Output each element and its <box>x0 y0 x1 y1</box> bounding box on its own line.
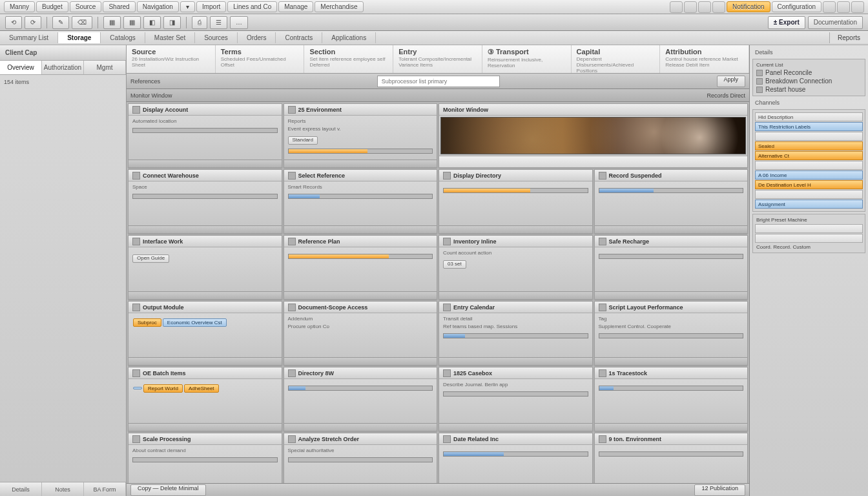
right-item[interactable]: Panel Reconcile <box>755 68 863 77</box>
right-row[interactable]: A 06 Income <box>755 170 863 180</box>
menu-item-8[interactable]: Manage <box>278 1 313 12</box>
right-row[interactable]: Assignment <box>755 200 863 209</box>
edit-button[interactable]: ✎ <box>52 16 69 29</box>
redo-button[interactable]: ⟳ <box>25 16 41 29</box>
card-badge[interactable]: Report World <box>143 384 183 393</box>
menu-item-4[interactable]: Navigation <box>137 1 179 12</box>
list-button[interactable]: ☰ <box>210 16 227 29</box>
card-badge[interactable] <box>133 387 142 389</box>
card[interactable]: Display Directory <box>439 169 593 234</box>
context-tab[interactable]: Sources <box>195 32 238 43</box>
column-header[interactable]: AttributionControl house reference Marke… <box>660 45 749 73</box>
right-row[interactable]: Sealed <box>755 141 863 150</box>
toolbar-icon[interactable] <box>684 1 697 13</box>
menu-dropdown-icon[interactable]: ▾ <box>180 1 195 12</box>
right-row[interactable]: Alternative Ct <box>755 151 863 160</box>
toolbar-icon[interactable] <box>670 1 683 13</box>
right-row[interactable] <box>755 190 863 199</box>
card[interactable]: Interface WorkOpen Guide <box>128 235 282 300</box>
card[interactable]: Script Layout PerformanceTagSupplement C… <box>594 301 749 366</box>
card-button[interactable]: Open Guide <box>132 254 169 263</box>
menu-item-3[interactable]: Shared <box>103 1 135 12</box>
panel-left-button[interactable]: ◧ <box>143 16 161 29</box>
menu-item-6[interactable]: Import <box>196 1 226 12</box>
publication-button[interactable]: 12 Publication <box>694 484 745 496</box>
left-footer-tab[interactable]: Notes <box>42 482 84 496</box>
toolbar-icon[interactable] <box>712 1 725 13</box>
card[interactable]: Inventory InlineCount account action03 s… <box>439 235 593 300</box>
notifications-button[interactable]: Notification <box>727 1 770 12</box>
filter-apply-button[interactable]: Apply <box>717 76 746 87</box>
preview-card[interactable]: Monitor Window <box>439 103 748 168</box>
reports-tab[interactable]: Reports <box>829 32 868 43</box>
print-button[interactable]: ⎙ <box>192 16 207 29</box>
card[interactable]: Scale ProcessingAbout contract demand <box>128 433 282 483</box>
grid2-button[interactable]: ▦ <box>123 16 141 29</box>
card[interactable]: 1s Tracestock <box>594 367 749 431</box>
context-tab[interactable]: Orders <box>238 32 276 43</box>
right-row[interactable] <box>755 132 863 141</box>
column-header[interactable]: ③ TransportReinsurement Inclusive, Reser… <box>482 45 572 73</box>
card[interactable]: Select ReferenceSmart Records <box>284 169 438 234</box>
filter-input[interactable] <box>377 76 500 87</box>
left-tab-auth[interactable]: Authorization <box>42 61 84 74</box>
left-footer-tab[interactable]: Details <box>0 482 42 496</box>
right-row[interactable] <box>755 234 863 243</box>
context-tab[interactable]: Applications <box>322 32 376 43</box>
card[interactable]: Connect WarehouseSpace <box>128 169 282 234</box>
card[interactable]: Entry CalendarTransit detailRef teams ba… <box>439 301 593 366</box>
card-badge[interactable]: Economic Overview Cst <box>163 318 227 327</box>
window-control-icon[interactable] <box>837 1 850 13</box>
right-row[interactable]: De Destination Level H <box>755 180 863 189</box>
card[interactable]: 25 EnvironmentReportsEvent express layou… <box>284 103 438 168</box>
card[interactable]: OE Batch ItemsReport WorldAdheSheet <box>128 367 282 431</box>
export-button[interactable]: ± Export <box>768 16 805 29</box>
card[interactable]: Reference Plan <box>284 235 438 300</box>
menu-item-9[interactable]: Merchandise <box>315 1 363 12</box>
documentation-button[interactable]: Documentation <box>808 16 863 29</box>
copy-button[interactable]: Copy — Delete Minimal <box>130 484 206 496</box>
menu-item-0[interactable]: Manny <box>4 1 35 12</box>
card[interactable]: Document-Scope AccessAddendumProcure opt… <box>284 301 438 366</box>
right-row[interactable]: This Restriction Labels <box>755 122 863 131</box>
toolbar-icon[interactable] <box>698 1 711 13</box>
left-footer-tab[interactable]: BA Form <box>84 482 126 496</box>
right-row[interactable] <box>755 224 863 233</box>
delete-button[interactable]: ⌫ <box>72 16 92 29</box>
context-tab[interactable]: Storage <box>58 32 101 43</box>
more-button[interactable]: … <box>230 16 248 29</box>
right-row[interactable] <box>755 161 863 170</box>
left-tab-mgmt[interactable]: Mgmt <box>84 61 126 74</box>
right-row[interactable]: Hld Description <box>755 112 863 121</box>
context-tab[interactable]: Summary List <box>0 32 58 43</box>
card-badge[interactable]: Subproc <box>133 318 161 327</box>
card-button[interactable]: 03 set <box>443 260 466 269</box>
menu-item-1[interactable]: Budget <box>36 1 68 12</box>
context-tab[interactable]: Contracts <box>276 32 322 43</box>
menu-item-2[interactable]: Source <box>70 1 102 12</box>
column-header[interactable]: SectionSet item reference employee self … <box>304 45 393 73</box>
undo-button[interactable]: ⟲ <box>5 16 22 29</box>
card[interactable]: 9 ton. Environment <box>594 433 749 483</box>
left-tab-overview[interactable]: Overview <box>0 61 42 74</box>
card[interactable]: 1825 CaseboxDescribe Journal. Berlin app <box>439 367 593 431</box>
column-header[interactable]: Source26 Installation/Wiz Instruction Sh… <box>127 45 216 73</box>
context-tab[interactable]: Master Set <box>145 32 195 43</box>
right-item[interactable]: Breakdown Connection <box>755 77 863 85</box>
card[interactable]: Output ModuleSubprocEconomic Overview Cs… <box>128 301 282 366</box>
card[interactable]: Display AccountAutomated location <box>128 103 282 168</box>
card[interactable]: Directory 8W <box>284 367 438 431</box>
configuration-button[interactable]: Configuration <box>772 1 822 12</box>
menu-item-7[interactable]: Lines and Co <box>227 1 277 12</box>
column-header[interactable]: TermsScheduled Fees/Unmatched Offset <box>216 45 305 73</box>
card[interactable]: Safe Recharge <box>594 235 749 300</box>
panel-right-button[interactable]: ◨ <box>163 16 181 29</box>
card[interactable]: Date Related Inc <box>439 433 593 483</box>
column-header[interactable]: EntryTolerant Composite/Incremental Vari… <box>393 45 482 73</box>
card-badge[interactable]: AdheSheet <box>184 384 219 393</box>
window-control-icon[interactable] <box>851 1 864 13</box>
card[interactable]: Record Suspended <box>594 169 749 234</box>
window-control-icon[interactable] <box>823 1 836 13</box>
right-item[interactable]: Restart house <box>755 85 863 94</box>
card-button[interactable]: Standard <box>288 136 318 145</box>
